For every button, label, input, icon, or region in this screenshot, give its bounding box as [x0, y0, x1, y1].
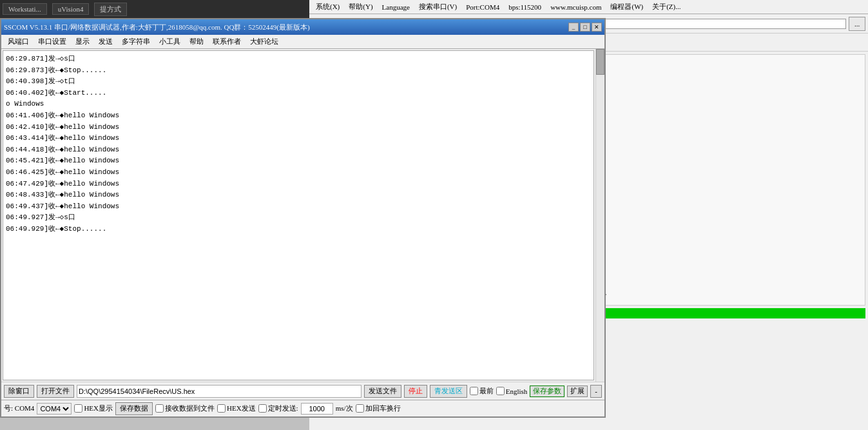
isp-menu-port[interactable]: Port:COM4	[462, 3, 503, 12]
sscom-scrollbar[interactable]	[595, 49, 604, 382]
sscom-menu-display[interactable]: 显示	[72, 36, 93, 47]
hex-display-checkbox[interactable]	[74, 404, 82, 413]
com-port-select[interactable]: COM4	[37, 403, 72, 415]
isp-menu-bps[interactable]: bps:115200	[505, 3, 545, 12]
isp-menu-search-com[interactable]: 搜索串口(V)	[415, 1, 461, 12]
sscom-display-line: 06:29.873]收←◆Stop......	[6, 65, 591, 77]
sscom-display-line: 06:46.425]收←◆hello Windows	[6, 167, 591, 179]
sscom-display-line: 06:40.398]发→◇t口	[6, 76, 591, 88]
sscom-menu-multistring[interactable]: 多字符串	[118, 36, 154, 47]
open-file-button[interactable]: 打开文件	[37, 385, 74, 398]
sscom-display-line: 06:49.927]发→◇s口	[6, 212, 591, 224]
taskbar-workstation[interactable]: Workstati...	[3, 3, 47, 15]
last-label: 最前	[479, 386, 494, 396]
sscom-display-line: 06:29.871]发→◇s口	[6, 54, 591, 65]
timed-send-checkbox[interactable]	[258, 404, 267, 413]
sscom-minimize-button[interactable]: _	[568, 23, 579, 32]
send-area-button[interactable]: 青发送区	[430, 385, 467, 398]
taskbar-uvision[interactable]: uVision4	[52, 3, 90, 15]
sscom-window: SSCOM V5.13.1 串口/网络数据调试器,作者:大虾丁丁,2618058…	[0, 18, 606, 418]
stop-button[interactable]: 停止	[404, 385, 427, 398]
minus-button[interactable]: -	[590, 385, 602, 398]
recv-to-file-text: 接收数据到文件	[165, 404, 215, 413]
timed-send-text: 定时发送:	[268, 404, 298, 413]
sscom-scroll-thumb[interactable]	[596, 49, 604, 75]
sscom-menu-send[interactable]: 发送	[95, 36, 117, 47]
isp-browse-button[interactable]: ...	[849, 17, 865, 31]
taskbar-tifangshi[interactable]: 提方式	[94, 3, 127, 16]
save-data-button[interactable]: 保存数据	[115, 402, 153, 415]
save-params-button[interactable]: 保存参数	[530, 386, 564, 397]
sscom-statusbar: 号: COM4 COM4 HEX显示 保存数据 接收数据到文件 HEX发送 定时…	[1, 400, 604, 416]
send-file-button[interactable]: 发送文件	[364, 385, 401, 398]
sscom-close-button[interactable]: ✕	[592, 23, 602, 32]
add-enter-text: 加回车换行	[365, 404, 401, 413]
hex-send-checkbox[interactable]	[217, 404, 226, 413]
sscom-display-line: 06:43.414]收←◆hello Windows	[6, 133, 591, 144]
file-path-input[interactable]	[77, 385, 362, 398]
recv-to-file-checkbox[interactable]	[155, 404, 164, 413]
clear-window-button[interactable]: 除窗口	[4, 385, 34, 398]
last-checkbox[interactable]	[470, 387, 478, 395]
last-checkbox-label[interactable]: 最前	[470, 386, 494, 396]
timed-value-input[interactable]	[301, 403, 333, 415]
english-label: English	[506, 387, 528, 395]
sscom-window-buttons: _ □ ✕	[568, 23, 602, 32]
sscom-display-line: 06:47.429]收←◆hello Windows	[6, 179, 591, 190]
sscom-display-line: o Windows	[6, 99, 591, 110]
sscom-menu-port[interactable]: 风端口	[4, 36, 33, 47]
add-enter-checkbox[interactable]	[356, 404, 364, 413]
sscom-bottom-bar: 除窗口 打开文件 发送文件 停止 青发送区 最前 English 保存参数 扩展…	[1, 382, 604, 400]
timed-send-label[interactable]: 定时发送:	[258, 404, 298, 413]
ms-label: ms/次	[336, 404, 353, 413]
sscom-menu-settings[interactable]: 串口设置	[34, 36, 70, 47]
sscom-display-line: 06:49.437]收←◆hello Windows	[6, 201, 591, 213]
recv-to-file-label[interactable]: 接收数据到文件	[155, 404, 215, 413]
sscom-display-line: 06:41.406]收←◆hello Windows	[6, 110, 591, 122]
sscom-menubar: 风端口 串口设置 显示 发送 多字符串 小工具 帮助 联系作者 大虾论坛	[1, 35, 604, 49]
sscom-menu-forum[interactable]: 大虾论坛	[246, 36, 282, 47]
isp-menu-about[interactable]: 关于(Z)...	[648, 1, 684, 12]
english-checkbox-label[interactable]: English	[496, 387, 528, 395]
isp-menu-website[interactable]: www.mcuisp.com	[546, 3, 605, 12]
sscom-display-line: 06:45.421]收←◆hello Windows	[6, 155, 591, 167]
hex-display-label[interactable]: HEX显示	[74, 404, 113, 413]
com-status-label: 号: COM4	[4, 404, 34, 413]
isp-menu-language[interactable]: Language	[378, 3, 414, 12]
sscom-titlebar: SSCOM V5.13.1 串口/网络数据调试器,作者:大虾丁丁,2618058…	[1, 19, 604, 35]
isp-menu-help[interactable]: 帮助(Y)	[345, 1, 376, 12]
sscom-display-line: 06:42.410]收←◆hello Windows	[6, 122, 591, 133]
sscom-menu-tools[interactable]: 小工具	[155, 36, 184, 47]
isp-menu-programmer[interactable]: 编程器(W)	[606, 1, 647, 12]
sscom-display-line: 06:40.402]收←◆Start.....	[6, 88, 591, 99]
english-checkbox[interactable]	[496, 387, 505, 395]
hex-display-text: HEX显示	[84, 404, 113, 413]
sscom-display-line: 06:48.433]收←◆hello Windows	[6, 190, 591, 201]
sscom-title: SSCOM V5.13.1 串口/网络数据调试器,作者:大虾丁丁,2618058…	[4, 23, 568, 32]
hex-send-text: HEX发送	[227, 404, 256, 413]
sscom-menu-help[interactable]: 帮助	[186, 36, 207, 47]
isp-menubar: 系统(X) 帮助(Y) Language 搜索串口(V) Port:COM4 b…	[309, 0, 868, 14]
expand-button[interactable]: 扩展	[567, 386, 588, 397]
sscom-display-line: 06:44.418]收←◆hello Windows	[6, 144, 591, 156]
sscom-menu-contact[interactable]: 联系作者	[209, 36, 245, 47]
sscom-display-line: 06:49.929]收←◆Stop......	[6, 224, 591, 235]
hex-send-label[interactable]: HEX发送	[217, 404, 256, 413]
sscom-display[interactable]: 06:29.871]发→◇s口06:29.873]收←◆Stop......06…	[3, 50, 594, 380]
add-enter-label[interactable]: 加回车换行	[356, 404, 401, 413]
isp-menu-system[interactable]: 系统(X)	[312, 1, 343, 12]
sscom-maximize-button[interactable]: □	[580, 23, 590, 32]
